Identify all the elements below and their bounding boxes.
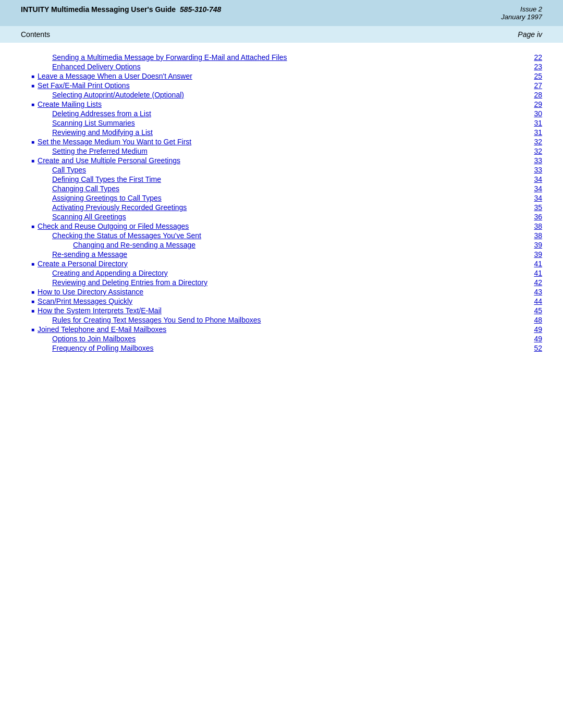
toc-link-create-use-multiple[interactable]: Create and Use Multiple Personal Greetin… [38, 156, 180, 165]
toc-page-resending-message[interactable]: 39 [527, 250, 542, 258]
toc-page-options-join[interactable]: 49 [527, 335, 542, 343]
toc-item: Sending a Multimedia Message by Forwardi… [21, 53, 542, 61]
toc-page-create-mailing[interactable]: 29 [527, 100, 542, 108]
toc-item: ■How to Use Directory Assistance43 [21, 288, 542, 296]
toc-item: Changing Call Types34 [21, 184, 542, 193]
toc-page-changing-call-types[interactable]: 34 [527, 184, 542, 193]
toc-link-scanning-list[interactable]: Scanning List Summaries [52, 119, 135, 127]
toc-link-frequency-polling[interactable]: Frequency of Polling Mailboxes [52, 344, 154, 352]
title-text: INTUITY Multimedia Messaging User's Guid… [21, 5, 176, 14]
bullet-icon: ■ [31, 224, 34, 229]
toc-link-activating-previously[interactable]: Activating Previously Recorded Greetings [52, 203, 187, 212]
bullet-icon: ■ [31, 158, 34, 164]
toc-link-options-join[interactable]: Options to Join Mailboxes [52, 335, 136, 343]
toc-link-how-system-interprets[interactable]: How the System Interprets Text/E-Mail [38, 306, 162, 315]
toc-body: Sending a Multimedia Message by Forwardi… [0, 43, 563, 364]
toc-link-how-use-directory[interactable]: How to Use Directory Assistance [38, 288, 143, 296]
toc-page-create-personal-dir[interactable]: 41 [527, 260, 542, 268]
toc-link-deleting-addresses[interactable]: Deleting Addresses from a List [52, 109, 151, 118]
toc-page-leave-message[interactable]: 25 [527, 72, 542, 80]
header-issue: Issue 2 January 1997 [501, 5, 542, 21]
toc-page-how-use-directory[interactable]: 43 [527, 288, 542, 296]
toc-page-reviewing-modifying[interactable]: 31 [527, 128, 542, 137]
toc-link-creating-appending[interactable]: Creating and Appending a Directory [52, 269, 168, 277]
toc-item: Reviewing and Deleting Entries from a Di… [21, 278, 542, 287]
toc-page-call-types[interactable]: 33 [527, 166, 542, 174]
toc-item: Setting the Preferred Medium32 [21, 147, 542, 155]
bullet-icon: ■ [31, 102, 34, 107]
toc-link-scanning-all[interactable]: Scanning All Greetings [52, 213, 126, 221]
toc-item: Selecting Autoprint/Autodelete (Optional… [21, 91, 542, 99]
bullet-icon: ■ [31, 261, 34, 267]
toc-page-how-system-interprets[interactable]: 45 [527, 306, 542, 315]
toc-page-setting-preferred[interactable]: 32 [527, 147, 542, 155]
toc-link-changing-resending[interactable]: Changing and Re-sending a Message [73, 241, 195, 249]
toc-page-scanning-list[interactable]: 31 [527, 119, 542, 127]
issue-text: Issue 2 [501, 5, 542, 13]
toc-link-set-message-medium[interactable]: Set the Message Medium You Want to Get F… [38, 138, 191, 146]
toc-page-reviewing-deleting[interactable]: 42 [527, 278, 542, 287]
toc-link-create-mailing[interactable]: Create Mailing Lists [38, 100, 102, 108]
toc-page-activating-previously[interactable]: 35 [527, 203, 542, 212]
toc-page-scanning-all[interactable]: 36 [527, 213, 542, 221]
toc-link-call-types[interactable]: Call Types [52, 166, 86, 174]
toc-item: ■Create a Personal Directory41 [21, 260, 542, 268]
toc-page-create-use-multiple[interactable]: 33 [527, 156, 542, 165]
toc-page-creating-appending[interactable]: 41 [527, 269, 542, 277]
toc-page-assigning-greetings[interactable]: 34 [527, 194, 542, 202]
toc-item: Frequency of Polling Mailboxes52 [21, 344, 542, 352]
toc-link-check-reuse[interactable]: Check and Reuse Outgoing or Filed Messag… [38, 222, 189, 230]
bullet-icon: ■ [31, 289, 34, 295]
toc-page-set-message-medium[interactable]: 32 [527, 138, 542, 146]
toc-page-joined-telephone[interactable]: 49 [527, 325, 542, 334]
toc-page-enhanced-delivery[interactable]: 23 [527, 63, 542, 71]
toc-item: Assigning Greetings to Call Types34 [21, 194, 542, 202]
toc-item: ■Leave a Message When a User Doesn't Ans… [21, 72, 542, 80]
bullet-icon: ■ [31, 139, 34, 145]
toc-link-set-fax[interactable]: Set Fax/E-Mail Print Options [38, 81, 130, 90]
toc-page-check-reuse[interactable]: 38 [527, 222, 542, 230]
toc-page-checking-status[interactable]: 38 [527, 231, 542, 240]
toc-item: Activating Previously Recorded Greetings… [21, 203, 542, 212]
toc-link-enhanced-delivery[interactable]: Enhanced Delivery Options [52, 63, 141, 71]
toc-link-resending-message[interactable]: Re-sending a Message [52, 250, 127, 258]
toc-item: Re-sending a Message39 [21, 250, 542, 258]
toc-page-rules-creating[interactable]: 48 [527, 316, 542, 324]
toc-link-setting-preferred[interactable]: Setting the Preferred Medium [52, 147, 148, 155]
toc-link-leave-message[interactable]: Leave a Message When a User Doesn't Answ… [38, 72, 192, 80]
toc-page-frequency-polling[interactable]: 52 [527, 344, 542, 352]
toc-page-deleting-addresses[interactable]: 30 [527, 109, 542, 118]
bullet-icon: ■ [31, 83, 34, 89]
toc-item: Rules for Creating Text Messages You Sen… [21, 316, 542, 324]
toc-page-set-fax[interactable]: 27 [527, 81, 542, 90]
toc-item: Checking the Status of Messages You've S… [21, 231, 542, 240]
toc-page-defining-call-types[interactable]: 34 [527, 175, 542, 183]
toc-item: ■Scan/Print Messages Quickly44 [21, 297, 542, 305]
toc-link-scan-print[interactable]: Scan/Print Messages Quickly [38, 297, 132, 305]
toc-link-changing-call-types[interactable]: Changing Call Types [52, 184, 119, 193]
toc-link-defining-call-types[interactable]: Defining Call Types the First Time [52, 175, 161, 183]
page-number: Page iv [518, 30, 542, 39]
toc-item: Scanning List Summaries31 [21, 119, 542, 127]
toc-item: Scanning All Greetings36 [21, 213, 542, 221]
toc-item: Defining Call Types the First Time34 [21, 175, 542, 183]
toc-link-reviewing-modifying[interactable]: Reviewing and Modifying a List [52, 128, 153, 137]
toc-link-checking-status[interactable]: Checking the Status of Messages You've S… [52, 231, 201, 240]
toc-page-scan-print[interactable]: 44 [527, 297, 542, 305]
toc-link-selecting-autoprint[interactable]: Selecting Autoprint/Autodelete (Optional… [52, 91, 184, 99]
toc-page-changing-resending[interactable]: 39 [527, 241, 542, 249]
toc-link-assigning-greetings[interactable]: Assigning Greetings to Call Types [52, 194, 162, 202]
subheader-bar: Contents Page iv [0, 26, 563, 43]
toc-item: Creating and Appending a Directory41 [21, 269, 542, 277]
toc-link-joined-telephone[interactable]: Joined Telephone and E-Mail Mailboxes [38, 325, 166, 334]
toc-link-create-personal-dir[interactable]: Create a Personal Directory [38, 260, 128, 268]
toc-link-reviewing-deleting[interactable]: Reviewing and Deleting Entries from a Di… [52, 278, 207, 287]
contents-label: Contents [21, 30, 50, 39]
toc-link-rules-creating[interactable]: Rules for Creating Text Messages You Sen… [52, 316, 261, 324]
title-code: 585-310-748 [180, 5, 221, 14]
date-text: January 1997 [501, 13, 542, 21]
toc-page-sending-multimedia[interactable]: 22 [527, 53, 542, 61]
toc-link-sending-multimedia[interactable]: Sending a Multimedia Message by Forwardi… [52, 53, 287, 61]
toc-page-selecting-autoprint[interactable]: 28 [527, 91, 542, 99]
header-bar: INTUITY Multimedia Messaging User's Guid… [0, 0, 563, 26]
